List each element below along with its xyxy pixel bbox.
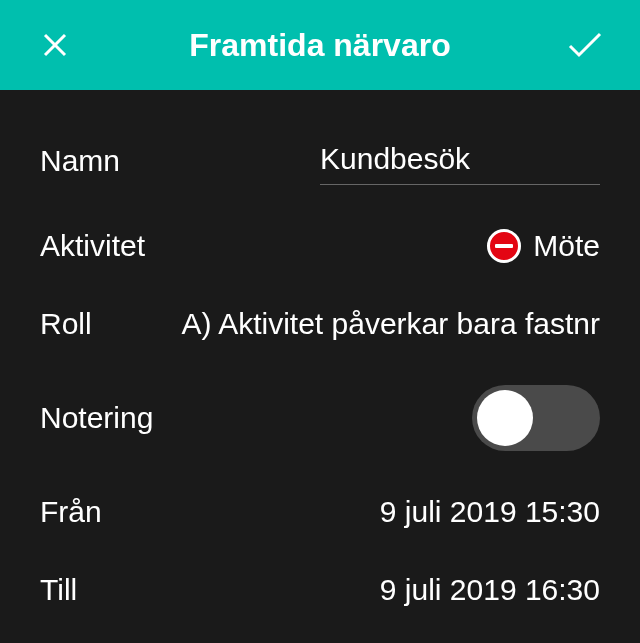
notering-label: Notering xyxy=(40,401,153,435)
activity-value-group: Möte xyxy=(487,229,600,263)
header: Framtida närvaro xyxy=(0,0,640,90)
name-row: Namn xyxy=(40,115,600,207)
name-input-wrapper xyxy=(320,137,600,185)
from-row[interactable]: Från 9 juli 2019 15:30 xyxy=(40,473,600,551)
name-input[interactable] xyxy=(320,137,600,185)
from-value: 9 juli 2019 15:30 xyxy=(380,495,600,529)
role-row[interactable]: Roll A) Aktivitet påverkar bara fastnr xyxy=(40,285,600,363)
role-label: Roll xyxy=(40,307,92,341)
notering-row: Notering xyxy=(40,363,600,473)
to-label: Till xyxy=(40,573,77,607)
form-content: Namn Aktivitet Möte Roll A) Aktivitet på… xyxy=(0,90,640,643)
stop-icon xyxy=(487,229,521,263)
activity-label: Aktivitet xyxy=(40,229,145,263)
from-label: Från xyxy=(40,495,102,529)
activity-row[interactable]: Aktivitet Möte xyxy=(40,207,600,285)
activity-value: Möte xyxy=(533,229,600,263)
check-icon[interactable] xyxy=(565,25,605,65)
to-row[interactable]: Till 9 juli 2019 16:30 xyxy=(40,551,600,629)
close-icon[interactable] xyxy=(35,25,75,65)
to-value: 9 juli 2019 16:30 xyxy=(380,573,600,607)
notering-toggle[interactable] xyxy=(472,385,600,451)
page-title: Framtida närvaro xyxy=(75,27,565,64)
toggle-knob xyxy=(477,390,533,446)
name-label: Namn xyxy=(40,144,120,178)
role-value: A) Aktivitet påverkar bara fastnr xyxy=(112,307,600,341)
